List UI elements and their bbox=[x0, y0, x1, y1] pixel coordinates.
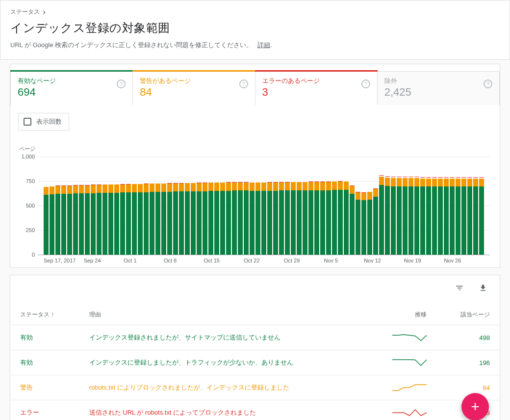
bar-col[interactable] bbox=[408, 177, 413, 255]
bar-col[interactable] bbox=[391, 177, 396, 255]
bar-col[interactable] bbox=[450, 177, 455, 255]
bar-col[interactable] bbox=[273, 182, 278, 255]
bar-col[interactable] bbox=[432, 177, 437, 255]
bar-col[interactable] bbox=[261, 183, 266, 255]
col-reason[interactable]: 理由 bbox=[79, 305, 367, 325]
bar-col[interactable] bbox=[385, 176, 390, 255]
learn-more-link[interactable]: 詳細 bbox=[257, 41, 270, 49]
breadcrumb-item[interactable]: ステータス bbox=[10, 8, 40, 16]
metric-tab-gray[interactable]: 除外2,425? bbox=[378, 71, 500, 105]
bar-col[interactable] bbox=[285, 182, 290, 255]
bar-col[interactable] bbox=[308, 182, 313, 255]
impressions-toggle[interactable]: 表示回数 bbox=[18, 113, 69, 131]
bar-col[interactable] bbox=[332, 182, 337, 255]
bar-col[interactable] bbox=[185, 183, 190, 255]
bar-col[interactable] bbox=[120, 184, 125, 255]
filter-icon[interactable] bbox=[455, 283, 464, 293]
table-row[interactable]: 警告robots.txt によりブロックされましたが、インデックスに登録しました… bbox=[10, 375, 500, 400]
bar-col[interactable] bbox=[85, 185, 90, 255]
bar-col[interactable] bbox=[420, 177, 425, 255]
bar-col[interactable] bbox=[161, 184, 166, 255]
bar-col[interactable] bbox=[150, 184, 154, 255]
col-pages[interactable]: 該当ページ bbox=[436, 305, 500, 325]
metric-tab-orange[interactable]: 警告があるページ84? bbox=[133, 71, 255, 105]
breadcrumb[interactable]: ステータス › bbox=[10, 7, 500, 16]
bar-col[interactable] bbox=[173, 183, 178, 255]
tab-text: 除外2,425 bbox=[384, 77, 411, 98]
bar-col[interactable] bbox=[344, 182, 349, 255]
bar-col[interactable] bbox=[214, 183, 219, 255]
table-row[interactable]: 有効インデックス登録されましたが、サイトマップに送信していません498 bbox=[10, 325, 500, 350]
bar-col[interactable] bbox=[338, 181, 343, 255]
bar-col[interactable] bbox=[155, 184, 160, 255]
bar-col[interactable] bbox=[479, 177, 484, 255]
bar-col[interactable] bbox=[467, 177, 472, 255]
bar-col[interactable] bbox=[144, 184, 149, 255]
bar-col[interactable] bbox=[232, 182, 237, 255]
help-icon[interactable]: ? bbox=[361, 79, 370, 88]
bar-col[interactable] bbox=[220, 183, 225, 255]
bar-col[interactable] bbox=[250, 183, 255, 255]
bar-col[interactable] bbox=[203, 183, 207, 255]
bar-col[interactable] bbox=[255, 183, 260, 255]
bar-col[interactable] bbox=[67, 185, 72, 255]
bar-col[interactable] bbox=[238, 182, 243, 255]
bar-col[interactable] bbox=[208, 183, 213, 255]
bar-col[interactable] bbox=[303, 182, 307, 255]
bar-col[interactable] bbox=[403, 177, 408, 255]
bar-col[interactable] bbox=[473, 177, 478, 255]
bar-col[interactable] bbox=[73, 185, 78, 255]
fab-add-button[interactable]: + bbox=[461, 393, 489, 420]
bar-col[interactable] bbox=[267, 182, 272, 255]
table-row[interactable]: エラー送信された URL が robots.txt によってブロックされました3 bbox=[10, 400, 500, 420]
help-icon[interactable]: ? bbox=[484, 79, 492, 88]
bar-col[interactable] bbox=[461, 177, 466, 255]
metric-tab-red[interactable]: エラーのあるページ3? bbox=[255, 71, 378, 105]
bar-col[interactable] bbox=[320, 182, 325, 255]
bar-col[interactable] bbox=[373, 188, 378, 255]
bar-col[interactable] bbox=[44, 187, 49, 255]
col-status[interactable]: ステータス ↑ bbox=[10, 305, 79, 325]
bar-col[interactable] bbox=[108, 184, 113, 255]
bar-col[interactable] bbox=[444, 177, 449, 255]
bar-col[interactable] bbox=[50, 186, 54, 255]
bar-col[interactable] bbox=[179, 183, 184, 255]
bar-col[interactable] bbox=[79, 185, 84, 255]
col-trend[interactable]: 推移 bbox=[367, 305, 437, 325]
bar-col[interactable] bbox=[397, 177, 402, 255]
bar-col[interactable] bbox=[61, 185, 66, 255]
bar-col[interactable] bbox=[326, 182, 331, 255]
bar-col[interactable] bbox=[126, 184, 131, 255]
download-icon[interactable] bbox=[478, 283, 488, 293]
bar-col[interactable] bbox=[279, 182, 284, 255]
bar-col[interactable] bbox=[438, 177, 443, 255]
bar-col[interactable] bbox=[291, 182, 296, 255]
bar-col[interactable] bbox=[356, 192, 360, 255]
bar-col[interactable] bbox=[102, 184, 107, 255]
bar-col[interactable] bbox=[379, 175, 384, 255]
bar-col[interactable] bbox=[361, 192, 366, 255]
bar-col[interactable] bbox=[97, 184, 102, 255]
bar-col[interactable] bbox=[226, 182, 231, 255]
bar-col[interactable] bbox=[167, 183, 172, 255]
bar-col[interactable] bbox=[197, 183, 202, 255]
bar-col[interactable] bbox=[55, 185, 60, 255]
bar-col[interactable] bbox=[297, 182, 302, 255]
bar-col[interactable] bbox=[456, 177, 460, 255]
help-icon[interactable]: ? bbox=[117, 79, 126, 88]
bar-col[interactable] bbox=[132, 184, 137, 255]
help-icon[interactable]: ? bbox=[239, 79, 248, 88]
bar-col[interactable] bbox=[350, 185, 355, 255]
bar-col[interactable] bbox=[114, 184, 119, 255]
bar-col[interactable] bbox=[414, 177, 419, 255]
table-row[interactable]: 有効インデックスに登録しましたが、トラフィックが少ないか、ありません196 bbox=[10, 350, 500, 375]
checkbox-icon[interactable] bbox=[24, 118, 31, 126]
bar-col[interactable] bbox=[367, 192, 372, 255]
bar-col[interactable] bbox=[91, 184, 96, 255]
bar-col[interactable] bbox=[426, 177, 431, 255]
bar-col[interactable] bbox=[314, 182, 319, 255]
bar-col[interactable] bbox=[244, 182, 249, 255]
metric-tab-green[interactable]: 有効なページ694? bbox=[10, 71, 133, 105]
bar-col[interactable] bbox=[191, 183, 196, 255]
bar-col[interactable] bbox=[138, 184, 143, 255]
